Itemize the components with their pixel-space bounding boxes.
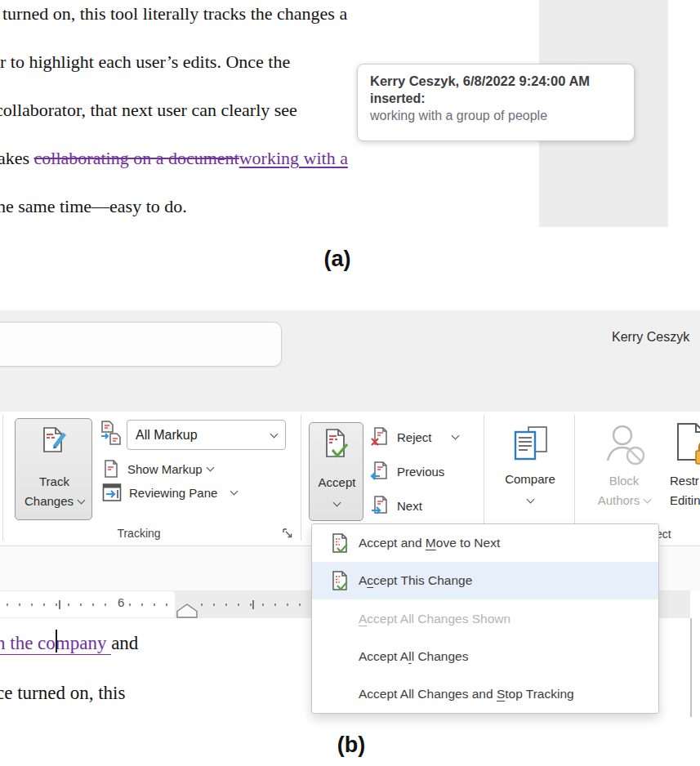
accept-icon xyxy=(323,428,352,461)
track-change-tooltip: Kerry Ceszyk, 6/8/2022 9:24:00 AM insert… xyxy=(357,64,635,141)
caption-b: (b) xyxy=(330,733,372,758)
menu-item-accept-all-stop-tracking[interactable]: Accept All Changes and Stop Tracking xyxy=(312,675,658,713)
doc-line-tracked-insertion: n the company and xyxy=(0,633,138,654)
tracking-dialog-launcher-icon[interactable] xyxy=(282,528,293,539)
doc-line: collaborator, that next user can clearly… xyxy=(0,100,297,121)
display-for-review-value: All Markup xyxy=(136,428,198,443)
next-icon xyxy=(370,495,389,516)
compare-button[interactable]: Compare xyxy=(493,420,567,518)
first-line-indent-marker[interactable] xyxy=(176,603,198,618)
chevron-down-icon xyxy=(451,432,459,440)
previous-change-button[interactable]: Previous xyxy=(370,461,444,482)
chevron-down-icon xyxy=(206,464,214,472)
display-for-review-select[interactable]: All Markup xyxy=(127,420,286,450)
block-authors-label2: Authors xyxy=(585,493,663,507)
accept-dropdown-menu: Accept and Move to Next Accept This Chan… xyxy=(311,523,659,714)
document-edge-line xyxy=(690,618,692,717)
doc-text: and xyxy=(111,633,138,653)
doc-line-tracked-change: akes collaborating on a documentworking … xyxy=(0,148,348,169)
doc-line: he same time—easy to do. xyxy=(0,196,187,217)
menu-item-accept-all[interactable]: Accept All Changes xyxy=(312,638,658,675)
reject-icon xyxy=(370,426,389,448)
accept-change-icon xyxy=(329,570,350,592)
next-change-button[interactable]: Next xyxy=(370,495,422,516)
accept-change-icon xyxy=(329,532,350,554)
ruler-halfinch-tick xyxy=(59,600,60,609)
menu-item-accept-this-change[interactable]: Accept This Change xyxy=(312,562,658,599)
track-changes-label2: Changes xyxy=(16,494,93,508)
search-input[interactable] xyxy=(0,322,282,367)
show-markup-label: Show Markup xyxy=(127,462,203,476)
chevron-down-icon xyxy=(333,499,341,507)
track-changes-icon xyxy=(38,425,69,458)
tracking-group-label: Tracking xyxy=(106,527,172,540)
track-changes-label: Track xyxy=(16,474,93,488)
reviewing-pane-label: Reviewing Pane xyxy=(129,486,217,500)
deleted-text: collaborating on a document xyxy=(34,148,239,168)
ruler-ticks xyxy=(201,603,307,606)
ruler-halfinch-tick xyxy=(252,600,254,609)
restrict-editing-label: Restr xyxy=(670,474,699,488)
account-user-name[interactable]: Kerry Ceszyk xyxy=(612,330,700,345)
next-label: Next xyxy=(397,499,422,513)
menu-item-accept-all-shown: Accept All Changes Shown xyxy=(312,599,658,637)
accept-dropdown-arrow[interactable] xyxy=(310,497,364,511)
ruler-inch-number: 6 xyxy=(114,595,127,609)
restrict-editing-button[interactable]: Restr Editin xyxy=(668,420,700,518)
tooltip-inserted-text: working with a group of people xyxy=(370,109,622,123)
group-separator xyxy=(301,415,301,541)
accept-label: Accept xyxy=(310,475,364,489)
caption-a: (a) xyxy=(317,247,358,272)
previous-label: Previous xyxy=(397,465,444,479)
chevron-down-icon xyxy=(230,488,239,496)
tooltip-action-label: inserted: xyxy=(370,91,622,106)
reject-label: Reject xyxy=(397,430,432,444)
restrict-editing-icon xyxy=(675,421,700,469)
block-authors-button: Block Authors xyxy=(585,420,663,518)
group-separator xyxy=(484,415,484,541)
ruler-ticks xyxy=(7,603,172,606)
reject-button[interactable]: Reject xyxy=(370,426,458,448)
doc-line: r to highlight each user’s edits. Once t… xyxy=(0,51,290,73)
chevron-down-icon xyxy=(526,496,534,504)
block-authors-icon xyxy=(604,423,647,469)
reviewing-pane-button[interactable]: Reviewing Pane xyxy=(102,482,237,503)
restrict-editing-label2: Editin xyxy=(670,493,700,507)
reviewing-pane-icon xyxy=(102,483,122,502)
tooltip-author-timestamp: Kerry Ceszyk, 6/8/2022 9:24:00 AM xyxy=(370,73,622,89)
ribbon-separator xyxy=(2,415,3,541)
show-markup-button[interactable]: Show Markup xyxy=(103,458,213,479)
previous-icon xyxy=(370,461,389,482)
figure: turned on, this tool literally tracks th… xyxy=(0,0,700,766)
display-for-review-icon xyxy=(99,420,123,446)
doc-line: turned on, this tool literally tracks th… xyxy=(2,3,347,24)
track-changes-button[interactable]: Track Changes xyxy=(15,418,92,520)
chevron-down-icon xyxy=(644,496,652,504)
group-separator xyxy=(574,415,575,541)
doc-text: akes xyxy=(0,148,34,168)
block-authors-label: Block xyxy=(585,474,663,488)
text-cursor xyxy=(56,630,57,652)
compare-icon xyxy=(511,425,550,467)
compare-label: Compare xyxy=(493,472,567,486)
chevron-down-icon xyxy=(270,430,279,438)
menu-item-accept-move-next[interactable]: Accept and Move to Next xyxy=(312,524,658,562)
doc-line: ce turned on, this xyxy=(0,683,125,704)
accept-split-button[interactable]: Accept xyxy=(309,422,363,521)
inserted-text: working with a xyxy=(239,148,348,168)
chevron-down-icon xyxy=(78,497,86,505)
show-markup-icon xyxy=(103,459,119,479)
